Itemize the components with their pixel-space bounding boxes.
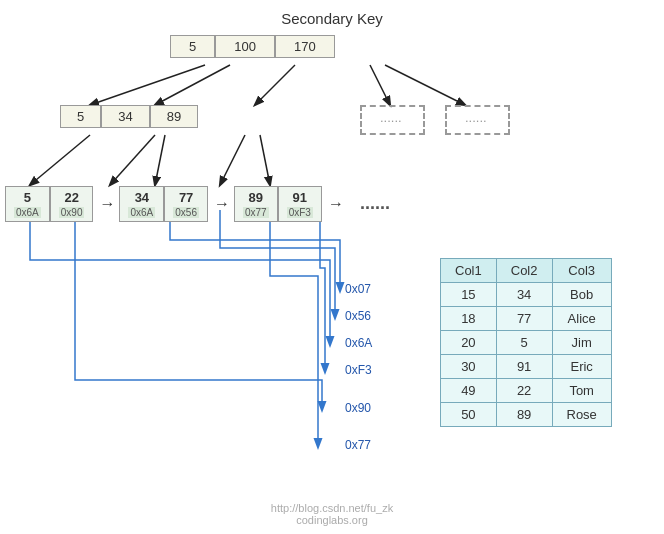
table-cell-3-2: Eric [552, 355, 611, 379]
table-cell-5-1: 89 [496, 403, 552, 427]
table-row: 1877Alice [441, 307, 612, 331]
table-cell-1-0: 18 [441, 307, 497, 331]
table-cell-4-1: 22 [496, 379, 552, 403]
l2-cell-0: 5 [60, 105, 101, 128]
watermark: http://blog.csdn.net/fu_zk codinglabs.or… [0, 502, 664, 526]
table-cell-2-2: Jim [552, 331, 611, 355]
leaf-group-0: 5 0x6A 22 0x90 [5, 186, 93, 222]
l2-cell-1: 34 [101, 105, 149, 128]
table-cell-0-2: Bob [552, 283, 611, 307]
table-cell-5-2: Rose [552, 403, 611, 427]
leaf-cell-0-0: 5 0x6A [5, 186, 50, 222]
table-row: 3091Eric [441, 355, 612, 379]
hex-label-0xf3: 0xF3 [345, 363, 372, 377]
sk-cell-1: 100 [215, 35, 275, 58]
table-cell-3-1: 91 [496, 355, 552, 379]
table-cell-2-0: 20 [441, 331, 497, 355]
arrow-right-1: → [210, 195, 234, 213]
level2-row: 5 34 89 [60, 105, 198, 128]
leaf-row: 5 0x6A 22 0x90 → 34 0x6A 77 0x56 → 89 [5, 185, 402, 222]
table-cell-1-2: Alice [552, 307, 611, 331]
leaf-cell-0-1: 22 0x90 [50, 186, 94, 222]
arrow-right-2: → [324, 195, 348, 213]
col1-header: Col1 [441, 259, 497, 283]
col2-header: Col2 [496, 259, 552, 283]
sk-cell-2: 170 [275, 35, 335, 58]
table-cell-0-0: 15 [441, 283, 497, 307]
table-row: 4922Tom [441, 379, 612, 403]
table-cell-2-1: 5 [496, 331, 552, 355]
leaf-ellipsis: ...... [348, 185, 402, 222]
secondary-key-row: 5 100 170 [170, 35, 335, 58]
leaf-cell-2-1: 91 0xF3 [278, 186, 322, 222]
leaf-cell-2-0: 89 0x77 [234, 186, 278, 222]
table-header-row: Col1 Col2 Col3 [441, 259, 612, 283]
table-cell-3-0: 30 [441, 355, 497, 379]
table-cell-5-0: 50 [441, 403, 497, 427]
leaf-cell-1-0: 34 0x6A [119, 186, 164, 222]
page-title: Secondary Key [0, 10, 664, 27]
table-row: 5089Rose [441, 403, 612, 427]
table-row: 205Jim [441, 331, 612, 355]
arrow-right-0: → [95, 195, 119, 213]
hex-label-0x6a: 0x6A [345, 336, 372, 350]
hex-label-0x56: 0x56 [345, 309, 371, 323]
data-table: Col1 Col2 Col3 1534Bob1877Alice205Jim309… [440, 258, 612, 427]
table-cell-1-1: 77 [496, 307, 552, 331]
table-cell-0-1: 34 [496, 283, 552, 307]
l2-cell-2: 89 [150, 105, 198, 128]
col3-header: Col3 [552, 259, 611, 283]
hex-label-0x07: 0x07 [345, 282, 371, 296]
leaf-cell-1-1: 77 0x56 [164, 186, 208, 222]
dashed-box-2: ...... [445, 105, 510, 135]
table-row: 1534Bob [441, 283, 612, 307]
hex-label-0x90: 0x90 [345, 401, 371, 415]
leaf-group-1: 34 0x6A 77 0x56 [119, 186, 207, 222]
table-cell-4-0: 49 [441, 379, 497, 403]
hex-label-0x77: 0x77 [345, 438, 371, 452]
table-cell-4-2: Tom [552, 379, 611, 403]
dashed-box-1: ...... [360, 105, 425, 135]
leaf-group-2: 89 0x77 91 0xF3 [234, 186, 322, 222]
main-container: Secondary Key 5 100 170 5 34 89 ...... .… [0, 0, 664, 534]
sk-cell-0: 5 [170, 35, 215, 58]
